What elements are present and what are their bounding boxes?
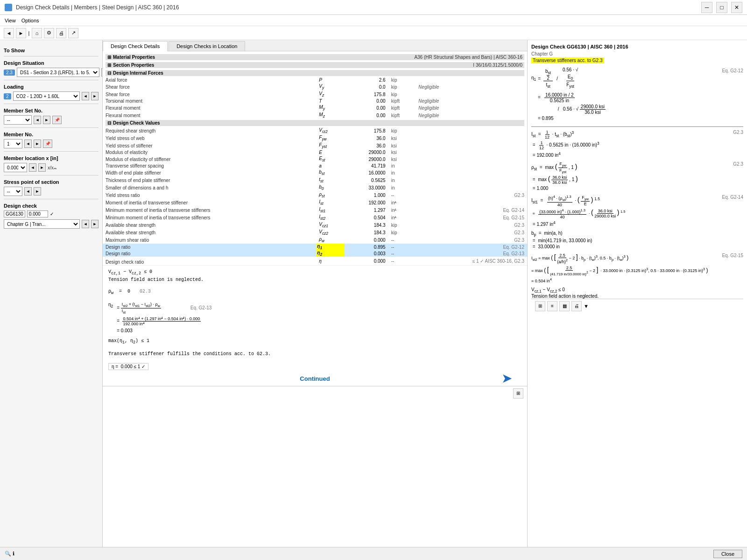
grid-btn-right[interactable]: ▦ — [559, 301, 570, 311]
export-button[interactable]: ↗ — [68, 28, 78, 38]
to-show-label: To Show — [4, 48, 99, 53]
divider6 — [4, 175, 99, 175]
ms-pin-button[interactable]: 📌 — [52, 116, 62, 124]
ist2-sub: = max ( [ 2.5 (41.719 in/33.0000 in)2 − … — [531, 266, 722, 276]
menu-options[interactable]: Options — [21, 18, 39, 23]
right-subtitle-highlight: Transverse stiffeners acc. to G2.3 — [531, 57, 743, 66]
design-check-chapter-select[interactable]: Chapter G | Tran... — [4, 219, 80, 229]
dc-next-button[interactable]: ► — [91, 220, 99, 228]
force-name-4: Flexural moment — [103, 104, 316, 112]
rho-result: = 1.000 — [531, 186, 578, 191]
final-ratio-row: η = 0.000 ≤ 1 ✓ — [108, 363, 521, 370]
loading-row: 2 CO2 - 1.20D + 1.60L ◄ ► — [4, 91, 99, 101]
print-button[interactable]: 🖨 — [56, 28, 66, 38]
dc-prev-button[interactable]: ◄ — [82, 220, 89, 228]
title-bar-controls: ─ □ ✕ — [701, 2, 742, 13]
force-note-5: Negligible — [416, 112, 527, 119]
ms-prev-button[interactable]: ◄ — [34, 116, 41, 124]
section-value: I 36/16/0.3125/1.5000/0 — [156, 63, 522, 68]
tab-design-check-details[interactable]: Design Check Details — [103, 41, 168, 51]
close-button[interactable]: Close — [713, 550, 742, 558]
close-window-button[interactable]: ✕ — [731, 2, 742, 13]
divider1 — [4, 56, 99, 56]
back-button[interactable]: ◄ — [4, 28, 14, 38]
home-button[interactable]: ⌂ — [32, 28, 42, 38]
loading-prev-button[interactable]: ◄ — [82, 92, 89, 100]
ml-prev-button[interactable]: ◄ — [29, 163, 36, 172]
check-values-label: Design Check Values — [113, 120, 160, 126]
force-sym-1: Vy — [316, 83, 345, 91]
section-section-header[interactable]: ⊞ Section Properties I 36/16/0.3125/1.50… — [106, 62, 524, 68]
loading-select[interactable]: CO2 - 1.20D + 1.60L — [13, 91, 80, 101]
minimize-button[interactable]: ─ — [701, 2, 712, 13]
sp-next-button[interactable]: ► — [34, 187, 41, 196]
menu-bar: View Options — [0, 15, 747, 26]
bp-block: bp = min(a, h) = min(41.719 in, 33.0000 … — [531, 231, 743, 249]
note-line1: Vcz,1 − Vcz,2 ≤ 0 — [108, 269, 521, 276]
separator1: | — [28, 28, 30, 38]
forward-button[interactable]: ► — [16, 28, 26, 38]
right-tension-note: Tension field action is neglected. — [531, 294, 743, 299]
member-location-label: Member location x [in] — [4, 155, 99, 161]
eta2-formula: = Ist2 + (Ist1 − Ist2) · ρw Ist Eq. G2-1… — [117, 302, 211, 333]
member-set-row: -- ◄ ► 📌 — [4, 115, 99, 125]
ist-sub: = 1 12 · 0.5625 in · (16.0000 in)3 — [531, 140, 599, 150]
maximize-button[interactable]: □ — [716, 2, 727, 13]
material-section-header[interactable]: ⊞ Material Properties A36 (HR Structural… — [106, 54, 524, 60]
conclusion-line: Transverse stiffener fulfills the condit… — [108, 351, 521, 357]
forces-section-row: ⊟ Design Internal Forces — [103, 69, 527, 77]
ml-next-button[interactable]: ► — [38, 163, 46, 172]
mn-prev-button[interactable]: ◄ — [24, 140, 32, 148]
member-no-select[interactable]: 1 — [4, 139, 22, 148]
force-note-3: Negligible — [416, 98, 527, 104]
check-ratio-row: Design check ratio η 0.000 -- ≤ 1 ✓ AISC… — [103, 257, 527, 265]
list-btn-right[interactable]: ≡ — [547, 301, 557, 311]
stress-point-select[interactable]: -- — [4, 187, 22, 196]
tab-design-checks-location[interactable]: Design Checks in Location — [169, 41, 245, 51]
app-icon — [5, 4, 12, 11]
eta1-formula-content: η1 = bst 2 t — [531, 66, 722, 124]
member-no-label: Member No. — [4, 132, 99, 137]
max-condition: max(η1, η2) ≤ 1 — [108, 338, 521, 345]
center-panel: Design Check Details Design Checks in Lo… — [103, 40, 528, 547]
loading-next-button[interactable]: ► — [91, 92, 99, 100]
print-btn-right[interactable]: 🖨 — [571, 301, 582, 311]
forces-section-header[interactable]: ⊟ Design Internal Forces — [106, 70, 524, 76]
ist2-block: Ist2 = max ( [ 2.5 (a/h)2 − 2 ] · bp · (… — [531, 253, 743, 283]
separator1 — [531, 126, 743, 127]
rho-eq: ρst = max ( Fyw Fyst , 1 ) — [531, 161, 578, 174]
check-values-section-header[interactable]: ⊟ Design Check Values — [106, 120, 524, 126]
menu-view[interactable]: View — [5, 18, 16, 23]
table-row: Maximum shear ratio ρw 0.000 -- G2.3 — [103, 236, 527, 244]
eq-g2-15-ref: Eq. G2-15 — [722, 253, 743, 283]
loading-badge: 2 — [4, 93, 11, 99]
section-label: Section Properties — [113, 63, 154, 68]
settings-button[interactable]: ⚙ — [44, 28, 54, 38]
eta2-label: η2 — [108, 302, 113, 308]
force-val-5: 0.00 — [345, 112, 388, 119]
member-set-select[interactable]: -- — [4, 115, 32, 125]
copy-button[interactable]: ⊞ — [513, 388, 523, 399]
design-situation-select[interactable]: DS1 - Section 2.3 (LRFD), 1. to 5. — [17, 68, 99, 77]
material-section-row: ⊞ Material Properties A36 (HR Structural… — [103, 53, 527, 61]
design-check-ratio-input[interactable] — [27, 210, 48, 217]
spacer4 — [531, 249, 743, 253]
spacer2 — [531, 191, 743, 195]
force-val-3: 0.00 — [345, 98, 388, 104]
ms-next-button[interactable]: ► — [43, 116, 50, 124]
sp-prev-button[interactable]: ◄ — [24, 187, 32, 196]
copy-btn-right[interactable]: ⊞ — [535, 301, 545, 311]
table-row: Shear force Vz 175.8 kip — [103, 91, 527, 98]
ist-block: Ist = 1 12 · tst · (bst)3 = 1 12 · 0.562… — [531, 130, 743, 158]
bp-sub: = min(41.719 in, 33.0000 in) — [531, 238, 743, 243]
force-note-2 — [416, 91, 527, 98]
table-row: Yield stress of web Fyw 36.0 ksi — [103, 134, 527, 142]
loading-label: Loading — [4, 84, 99, 90]
member-location-select[interactable]: 0.000 — [4, 163, 27, 172]
force-unit-5: kipft — [388, 112, 416, 119]
table-row: Modulus of elasticity of stiffener Est 2… — [103, 155, 527, 163]
status-info-icon: ℹ — [13, 551, 14, 556]
mn-pin-button[interactable]: 📌 — [43, 140, 52, 148]
ist-result: = 192.000 in4 — [531, 151, 599, 158]
mn-next-button[interactable]: ► — [34, 140, 41, 148]
